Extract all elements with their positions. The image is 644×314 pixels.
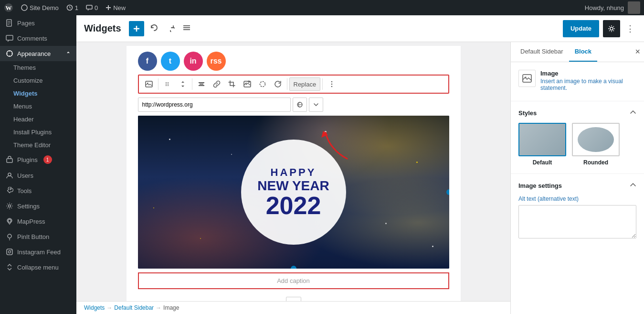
- sidebar-item-themes[interactable]: Themes: [0, 61, 76, 74]
- dashed-circle-icon: [259, 80, 266, 88]
- svg-point-40: [260, 82, 265, 87]
- undo-button[interactable]: [148, 22, 160, 36]
- sidebar-item-settings[interactable]: Settings: [0, 198, 76, 214]
- link-button[interactable]: [210, 77, 224, 91]
- pinit-label: PinIt Button: [17, 233, 49, 240]
- wp-logo[interactable]: W: [4, 3, 13, 12]
- sidebar-item-theme-editor[interactable]: Theme Editor: [0, 139, 76, 152]
- update-button[interactable]: Update: [563, 20, 599, 37]
- tab-default-sidebar[interactable]: Default Sidebar: [515, 42, 569, 62]
- image-settings-header: Image settings: [518, 182, 636, 190]
- theme-editor-label: Theme Editor: [13, 141, 51, 149]
- caption-input[interactable]: Add caption: [138, 272, 449, 289]
- sidebar-item-mappress[interactable]: MapPress: [0, 214, 76, 229]
- svg-rect-37: [199, 85, 204, 86]
- style-option-default[interactable]: Default: [518, 123, 566, 166]
- settings-button[interactable]: [603, 20, 620, 37]
- add-block-button-bottom[interactable]: +: [286, 297, 301, 301]
- breadcrumb-sep-2: →: [156, 304, 161, 311]
- svg-point-31: [166, 85, 167, 86]
- sidebar-item-instagram-feed[interactable]: Instagram Feed: [0, 244, 76, 260]
- style-preview-rounded: [572, 123, 620, 156]
- canvas-wrapper: f t in rss: [76, 42, 510, 314]
- resize-handle-bottom[interactable]: [291, 266, 296, 269]
- toolbar-divider-4: [322, 78, 323, 90]
- facebook-icon-circle: f: [138, 52, 157, 71]
- svg-point-33: [168, 84, 169, 85]
- svg-point-29: [166, 82, 167, 83]
- site-demo-link[interactable]: Site Demo: [21, 4, 59, 11]
- caption-area: Add caption: [138, 272, 449, 289]
- svg-point-34: [168, 85, 169, 86]
- svg-rect-4: [86, 5, 92, 9]
- sidebar-item-menus[interactable]: Menus: [0, 100, 76, 113]
- revisions-link[interactable]: 1: [66, 4, 78, 11]
- breadcrumb-widgets[interactable]: Widgets: [84, 304, 105, 311]
- drag-icon: [164, 80, 171, 88]
- tab-block[interactable]: Block: [569, 42, 597, 62]
- sidebar-item-pinit[interactable]: PinIt Button: [0, 229, 76, 244]
- mappress-label: MapPress: [17, 218, 45, 225]
- chevron-down-icon: [313, 102, 319, 108]
- breadcrumb-default-sidebar[interactable]: Default Sidebar: [114, 304, 154, 311]
- block-description: Insert an image to make a visual stateme…: [540, 78, 636, 91]
- resize-handle-right[interactable]: [446, 189, 449, 195]
- replace-button[interactable]: Replace: [289, 77, 321, 91]
- sidebar-item-comments[interactable]: Comments: [0, 31, 76, 46]
- alt-text-input[interactable]: [518, 205, 636, 238]
- add-block-button[interactable]: [129, 21, 144, 36]
- dashed-circle-button[interactable]: [255, 77, 270, 91]
- sidebar-item-appearance[interactable]: Appearance: [0, 46, 76, 61]
- settings-label: Settings: [17, 203, 40, 210]
- image-block[interactable]: HAPPY NEW YEAR 2022: [138, 116, 449, 269]
- menus-label: Menus: [13, 103, 32, 110]
- sidebar-item-pages[interactable]: Pages: [0, 15, 76, 31]
- url-submit-button[interactable]: [293, 97, 307, 112]
- sidebar-item-collapse[interactable]: Collapse menu: [0, 260, 76, 275]
- svg-point-30: [166, 84, 167, 85]
- happy-text: HAPPY: [271, 166, 317, 179]
- align-button[interactable]: [194, 77, 209, 91]
- move-up-down-button[interactable]: [176, 77, 190, 91]
- style-option-rounded[interactable]: Rounded: [572, 123, 620, 166]
- image-settings-collapse-button[interactable]: [630, 182, 636, 190]
- svg-rect-36: [200, 84, 203, 85]
- sidebar-item-header[interactable]: Header: [0, 113, 76, 126]
- settings-icon: [6, 202, 13, 210]
- svg-point-20: [11, 250, 11, 250]
- crop-button[interactable]: [225, 77, 239, 91]
- styles-section: Styles Default: [511, 101, 644, 174]
- image-placeholder: HAPPY NEW YEAR 2022: [138, 116, 449, 269]
- sidebar-item-install-plugins[interactable]: Install Plugins: [0, 126, 76, 139]
- sidebar-item-users[interactable]: Users: [0, 168, 76, 183]
- block-list-button[interactable]: [180, 22, 193, 36]
- user-avatar[interactable]: [628, 1, 640, 14]
- more-toolbar-button[interactable]: [325, 77, 339, 91]
- sidebar-item-plugins[interactable]: Plugins 1: [0, 152, 76, 168]
- comments-icon: [86, 4, 93, 11]
- image-type-button[interactable]: [142, 77, 156, 91]
- sidebar-item-tools[interactable]: Tools: [0, 183, 76, 198]
- rotate-button[interactable]: [271, 77, 285, 91]
- replace-image-button[interactable]: [240, 77, 254, 91]
- svg-point-17: [8, 234, 11, 238]
- new-content-link[interactable]: New: [106, 4, 126, 11]
- sidebar-item-widgets[interactable]: Widgets: [0, 87, 76, 100]
- panel-close-button[interactable]: ×: [635, 47, 640, 57]
- widgets-label: Widgets: [13, 90, 37, 97]
- comments-link[interactable]: 0: [86, 4, 98, 11]
- url-dropdown-button[interactable]: [309, 97, 323, 112]
- drag-button[interactable]: [160, 77, 175, 91]
- link-icon: [213, 80, 221, 88]
- top-bar-right: Howdy, nhung: [585, 1, 640, 14]
- image-type-icon: [145, 80, 153, 88]
- styles-collapse-button[interactable]: [630, 109, 636, 117]
- gear-icon: [607, 24, 616, 33]
- more-options-button[interactable]: ⋮: [624, 22, 636, 36]
- svg-point-32: [168, 82, 169, 83]
- canvas-scroll[interactable]: f t in rss: [76, 42, 510, 301]
- url-input[interactable]: [138, 97, 291, 112]
- widgets-header: Widgets Update ⋮: [76, 15, 644, 42]
- redo-button[interactable]: [164, 22, 177, 36]
- sidebar-item-customize[interactable]: Customize: [0, 74, 76, 87]
